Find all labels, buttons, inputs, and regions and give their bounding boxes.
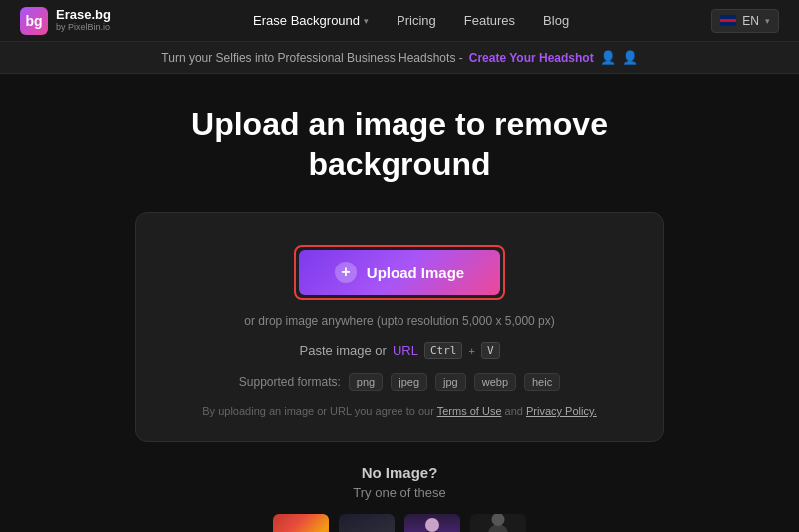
paste-label: Paste image or [299,343,386,358]
plus-separator: + [468,345,474,357]
upload-button[interactable]: + Upload Image [299,250,500,295]
page-title: Upload an image to remove background [191,104,608,184]
ctrl-key: Ctrl [424,342,463,359]
url-link[interactable]: URL [393,343,418,358]
format-png: png [349,373,383,391]
navbar: bg Erase.bg by PixelBin.io Erase Backgro… [0,0,799,42]
nav-pricing[interactable]: Pricing [385,7,448,34]
sample-image-3[interactable] [404,514,460,532]
banner-text: Turn your Selfies into Professional Busi… [161,51,462,65]
plus-icon: + [335,262,357,283]
sample-images: 📰 [273,514,526,532]
terms-text: By uploading an image or URL you agree t… [202,405,596,417]
format-jpeg: jpeg [391,373,427,391]
flag-icon [720,15,736,26]
create-headshot-link[interactable]: Create Your Headshot [469,51,594,65]
nav-right: EN ▾ [711,9,779,33]
format-jpg: jpg [435,373,466,391]
sample-image-2[interactable] [339,514,395,532]
no-image-section: No Image? Try one of these 📰 [273,464,526,532]
format-webp: webp [474,373,516,391]
logo-name: Erase.bg [56,8,111,22]
logo-sub: by PixelBin.io [56,23,111,33]
sample-image-1[interactable]: 📰 [273,514,329,532]
logo[interactable]: bg Erase.bg by PixelBin.io [20,7,111,35]
nav-erase-background[interactable]: Erase Background ▾ [241,7,381,34]
format-heic: heic [524,373,560,391]
lang-chevron-icon: ▾ [765,16,770,26]
logo-icon: bg [20,7,48,35]
paste-row: Paste image or URL Ctrl + V [299,342,499,359]
person2-icon: 👤 [622,50,638,65]
no-image-subtitle: Try one of these [273,485,526,500]
upload-btn-wrapper: + Upload Image [294,245,505,300]
drop-text: or drop image anywhere (upto resolution … [244,314,555,328]
chevron-down-icon: ▾ [364,16,369,26]
upload-box: + Upload Image or drop image anywhere (u… [135,212,664,442]
sample-image-4[interactable] [470,514,526,532]
privacy-policy-link[interactable]: Privacy Policy. [526,405,597,417]
terms-of-use-link[interactable]: Terms of Use [437,405,502,417]
person-icon: 👤 [600,50,616,65]
language-selector[interactable]: EN ▾ [711,9,779,33]
promo-banner: Turn your Selfies into Professional Busi… [0,42,799,74]
nav-features[interactable]: Features [452,7,527,34]
v-key: V [481,342,500,359]
formats-row: Supported formats: png jpeg jpg webp hei… [239,373,560,391]
formats-label: Supported formats: [239,375,341,389]
nav-blog[interactable]: Blog [531,7,581,34]
main-content: Upload an image to remove background + U… [0,74,799,532]
no-image-title: No Image? [273,464,526,481]
nav-links: Erase Background ▾ Pricing Features Blog [241,7,581,34]
